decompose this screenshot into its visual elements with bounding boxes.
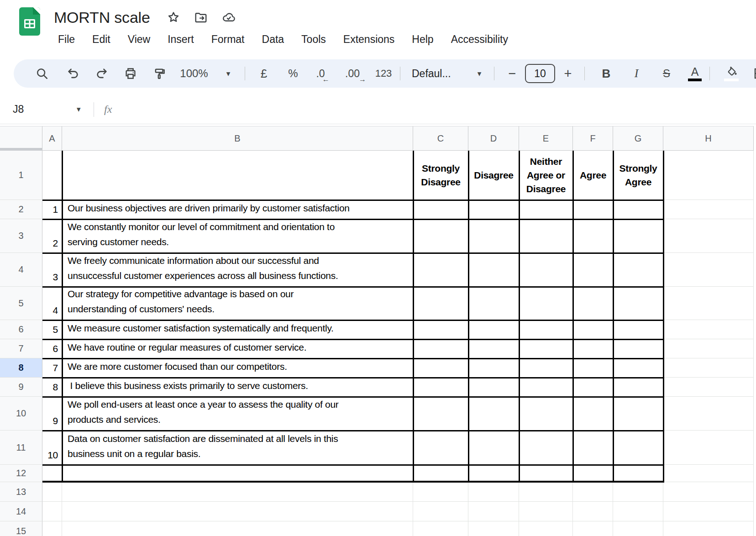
cell-D2[interactable] [468, 200, 519, 219]
statement-text-B4[interactable]: We freely communicate information about … [63, 254, 412, 286]
cell-H13[interactable] [663, 482, 754, 502]
cell-A14[interactable] [42, 502, 62, 521]
cell-H14[interactable] [663, 502, 754, 521]
cell-G15[interactable] [613, 521, 663, 536]
cell-H5[interactable] [663, 287, 754, 320]
cell-F12[interactable] [573, 465, 613, 482]
cell-E7[interactable] [519, 339, 573, 358]
statement-number-A2[interactable]: 1 [43, 201, 61, 218]
cell-F2[interactable] [573, 200, 613, 219]
cell-F11[interactable] [573, 431, 613, 465]
cell-F5[interactable] [573, 287, 613, 320]
column-header-C[interactable]: C [413, 126, 468, 151]
cell-D6[interactable] [468, 320, 519, 339]
cell-B1[interactable] [62, 151, 413, 200]
row-header-6[interactable]: 6 [0, 320, 42, 339]
cell-F15[interactable] [573, 521, 613, 536]
cell-H15[interactable] [663, 521, 754, 536]
row-header-14[interactable]: 14 [0, 502, 42, 521]
cell-H6[interactable] [663, 320, 754, 339]
cell-G9[interactable] [613, 378, 663, 397]
cell-F13[interactable] [573, 482, 613, 502]
statement-number-A8[interactable]: 7 [43, 359, 61, 377]
row-header-4[interactable]: 4 [0, 253, 42, 287]
column-header-F[interactable]: F [573, 126, 613, 151]
cell-H12[interactable] [663, 465, 754, 482]
cell-F3[interactable] [573, 219, 613, 253]
cell-C6[interactable] [413, 320, 468, 339]
likert-header-F1[interactable]: Agree [574, 152, 612, 199]
cell-G6[interactable] [613, 320, 663, 339]
cell-D13[interactable] [468, 482, 519, 502]
column-header-H[interactable]: H [663, 126, 754, 151]
cell-H9[interactable] [663, 378, 754, 397]
row-header-1[interactable]: 1 [0, 151, 42, 200]
statement-text-B7[interactable]: We have routine or regular measures of c… [63, 340, 412, 357]
cell-E9[interactable] [519, 378, 573, 397]
statement-text-B9[interactable]: I believe this business exists primarily… [63, 378, 412, 396]
cell-F9[interactable] [573, 378, 613, 397]
statement-text-B6[interactable]: We measure customer satisfaction systema… [63, 321, 412, 338]
select-all-corner[interactable] [0, 126, 42, 151]
row-header-5[interactable]: 5 [0, 287, 42, 320]
cell-D5[interactable] [468, 287, 519, 320]
statement-number-A11[interactable]: 10 [43, 431, 61, 464]
statement-text-B5[interactable]: Our strategy for competitive advantage i… [63, 288, 412, 319]
column-header-G[interactable]: G [613, 126, 663, 151]
cell-E3[interactable] [519, 219, 573, 253]
cell-F6[interactable] [573, 320, 613, 339]
row-header-2[interactable]: 2 [0, 200, 42, 219]
cell-C9[interactable] [413, 378, 468, 397]
cell-C4[interactable] [413, 253, 468, 287]
cell-E8[interactable] [519, 358, 573, 378]
row-header-7[interactable]: 7 [0, 339, 42, 358]
statement-number-A6[interactable]: 5 [43, 321, 61, 338]
statement-number-A4[interactable]: 3 [43, 254, 61, 286]
cell-E12[interactable] [519, 465, 573, 482]
cell-E6[interactable] [519, 320, 573, 339]
cell-A13[interactable] [42, 482, 62, 502]
cell-D8[interactable] [468, 358, 519, 378]
row-header-8[interactable]: 8 [0, 358, 42, 378]
row-header-13[interactable]: 13 [0, 482, 42, 502]
cell-D7[interactable] [468, 339, 519, 358]
cell-F14[interactable] [573, 502, 613, 521]
row-header-10[interactable]: 10 [0, 397, 42, 431]
cell-H2[interactable] [663, 200, 754, 219]
cell-H11[interactable] [663, 431, 754, 465]
likert-header-D1[interactable]: Disagree [469, 152, 518, 199]
cell-H7[interactable] [663, 339, 754, 358]
row-header-3[interactable]: 3 [0, 219, 42, 253]
statement-number-A10[interactable]: 9 [43, 398, 61, 430]
statement-text-B2[interactable]: Our business objectives are driven prima… [63, 201, 412, 218]
statement-number-A9[interactable]: 8 [43, 378, 61, 396]
row-header-15[interactable]: 15 [0, 521, 42, 536]
statement-text-B11[interactable]: Data on customer satisfaction are dissem… [63, 431, 412, 464]
cell-G2[interactable] [613, 200, 663, 219]
statement-text-B8[interactable]: We are more customer focused than our co… [63, 359, 412, 377]
cell-B12[interactable] [62, 465, 413, 482]
cell-G11[interactable] [613, 431, 663, 465]
cell-E5[interactable] [519, 287, 573, 320]
cell-C5[interactable] [413, 287, 468, 320]
cell-F7[interactable] [573, 339, 613, 358]
cell-G10[interactable] [613, 397, 663, 431]
cell-H4[interactable] [663, 253, 754, 287]
cell-C3[interactable] [413, 219, 468, 253]
cell-C2[interactable] [413, 200, 468, 219]
cell-B13[interactable] [62, 482, 413, 502]
cell-D9[interactable] [468, 378, 519, 397]
statement-number-A3[interactable]: 2 [43, 220, 61, 252]
cell-E13[interactable] [519, 482, 573, 502]
cell-D12[interactable] [468, 465, 519, 482]
likert-header-E1[interactable]: Neither Agree or Disagree [520, 152, 572, 199]
column-header-E[interactable]: E [519, 126, 573, 151]
row-header-11[interactable]: 11 [0, 431, 42, 465]
cell-G12[interactable] [613, 465, 663, 482]
cell-E4[interactable] [519, 253, 573, 287]
statement-number-A5[interactable]: 4 [43, 288, 61, 319]
cell-C11[interactable] [413, 431, 468, 465]
cell-C7[interactable] [413, 339, 468, 358]
cell-G5[interactable] [613, 287, 663, 320]
cell-G3[interactable] [613, 219, 663, 253]
